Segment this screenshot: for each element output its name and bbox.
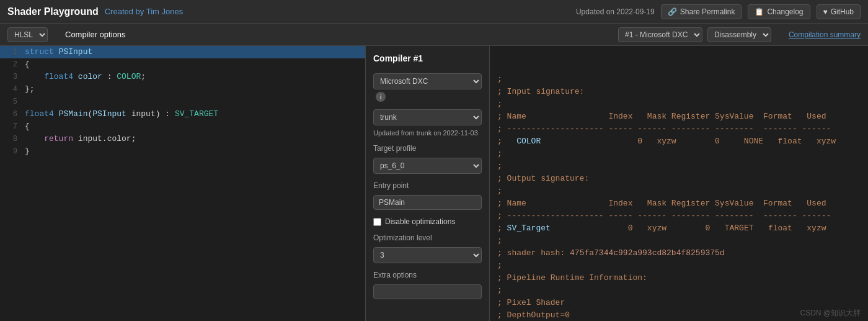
branch-select-row: trunk Updated from trunk on 2022-11-03 xyxy=(373,109,482,137)
opt-level-select[interactable]: 3 0 1 2 xyxy=(373,247,482,263)
disasm-line: ; -------------------- ----- ------ ----… xyxy=(497,123,861,135)
code-text: } xyxy=(25,145,30,158)
line-number: 3 xyxy=(5,71,17,83)
disasm-line: ; Pipeline Runtime Information: xyxy=(497,272,861,284)
extra-options-label: Extra options xyxy=(373,271,482,279)
code-line: 9} xyxy=(0,145,365,158)
language-select[interactable]: HLSL GLSL xyxy=(7,27,48,42)
compiler-panel: Compiler #1 Microsoft DXC Microsoft FXC … xyxy=(366,46,490,321)
code-text: float4 PSMain(PSInput input) : SV_TARGET xyxy=(25,108,218,120)
code-line: 4}; xyxy=(0,83,365,96)
line-number: 5 xyxy=(5,96,17,108)
code-text: { xyxy=(25,120,30,133)
disasm-line: ; Input signature: xyxy=(497,86,861,98)
entry-point-input[interactable] xyxy=(373,195,482,210)
code-editor[interactable]: 1struct PSInput2{3 float4 color : COLOR;… xyxy=(0,46,366,321)
app-title: Shader Playground xyxy=(7,6,99,17)
code-line: 3 float4 color : COLOR; xyxy=(0,71,365,83)
top-header: Shader Playground Created by Tim Jones U… xyxy=(0,0,868,24)
code-text: { xyxy=(25,58,30,71)
share-permalink-button[interactable]: 🔗 Share Permalink xyxy=(661,4,742,19)
disasm-line: ; SV_Target 0 xyzw 0 TARGET float xyzw xyxy=(497,222,861,235)
line-number: 2 xyxy=(5,58,17,71)
code-line: 5 xyxy=(0,96,365,108)
disasm-line: ; xyxy=(497,284,861,297)
updated-text: Updated on 2022-09-19 xyxy=(576,7,655,16)
disasm-line: ; Pixel Shader xyxy=(497,297,861,309)
compiler-type-select[interactable]: Microsoft DXC Microsoft FXC xyxy=(373,73,482,89)
disasm-line: ; shader hash: 475fa7344c992a993cd82b4f8… xyxy=(497,247,861,260)
code-line: 1struct PSInput xyxy=(0,46,365,58)
compiler-select-group: #1 - Microsoft DXC Disassembly Assembly … xyxy=(618,27,861,42)
code-line: 2{ xyxy=(0,58,365,71)
disasm-line: ; Name Index Mask Register SysValue Form… xyxy=(497,197,861,210)
line-number: 9 xyxy=(5,145,17,158)
disasm-line: ; xyxy=(497,73,861,86)
disasm-line: ; xyxy=(497,235,861,247)
disasm-line: ; Output signature: xyxy=(497,173,861,185)
disable-opts-checkbox[interactable] xyxy=(373,218,381,226)
line-number: 7 xyxy=(5,120,17,133)
opt-level-label: Optimization level xyxy=(373,233,482,242)
created-by-label: Created by Tim Jones xyxy=(105,7,183,16)
compiler-title: Compiler #1 xyxy=(373,53,482,63)
disasm-line: ; Name Index Mask Register SysValue Form… xyxy=(497,111,861,123)
output-mode-select[interactable]: Disassembly Assembly SPIRV xyxy=(707,27,771,42)
disasm-line: ; COLOR 0 xyzw 0 NONE float xyzw xyxy=(497,135,861,148)
author-name: Tim Jones xyxy=(146,7,183,16)
target-profile-row: Target profile ps_6_0 vs_6_0 cs_6_0 xyxy=(373,144,482,174)
disasm-line: ; xyxy=(497,260,861,272)
github-button[interactable]: ♥ GitHub xyxy=(817,4,861,19)
code-line: 6float4 PSMain(PSInput input) : SV_TARGE… xyxy=(0,108,365,120)
share-icon: 🔗 xyxy=(668,7,677,16)
branch-updated-info: Updated from trunk on 2022-11-03 xyxy=(373,129,482,137)
code-text: return input.color; xyxy=(25,133,136,145)
compiler-options-label: Compiler options xyxy=(65,30,126,39)
code-line: 7{ xyxy=(0,120,365,133)
code-line: 8 return input.color; xyxy=(0,133,365,145)
second-toolbar: HLSL GLSL Compiler options #1 - Microsof… xyxy=(0,24,868,46)
branch-select[interactable]: trunk xyxy=(373,109,482,125)
compiler-select-row: Microsoft DXC Microsoft FXC i xyxy=(373,73,482,102)
disasm-line: ; xyxy=(497,98,861,111)
code-text: float4 color : COLOR; xyxy=(25,71,146,83)
code-text: struct PSInput xyxy=(25,46,92,58)
disasm-line: ; -------------------- ----- ------ ----… xyxy=(497,210,861,222)
compilation-summary-link[interactable]: Compilation summary xyxy=(789,30,861,39)
extra-options-input[interactable] xyxy=(373,284,482,299)
entry-point-label: Entry point xyxy=(373,181,482,190)
entry-point-row: Entry point xyxy=(373,181,482,210)
disasm-line: ; DepthOutput=0 xyxy=(497,309,861,321)
line-number: 8 xyxy=(5,133,17,145)
changelog-button[interactable]: 📋 Changelog xyxy=(748,4,810,19)
line-number: 1 xyxy=(5,46,17,58)
extra-options-row: Extra options xyxy=(373,271,482,299)
disable-opts-row: Disable optimizations xyxy=(373,217,482,226)
github-icon: ♥ xyxy=(823,7,828,16)
compiler-instance-select[interactable]: #1 - Microsoft DXC xyxy=(618,27,702,42)
disasm-line: ; xyxy=(497,160,861,173)
disasm-line: ; xyxy=(497,148,861,160)
code-text: }; xyxy=(25,83,35,96)
opt-level-row: Optimization level 3 0 1 2 xyxy=(373,233,482,263)
line-number: 4 xyxy=(5,83,17,96)
main-area: 1struct PSInput2{3 float4 color : COLOR;… xyxy=(0,46,868,321)
disasm-output: ;; Input signature:;; Name Index Mask Re… xyxy=(490,46,868,321)
line-number: 6 xyxy=(5,108,17,120)
compiler-info-icon[interactable]: i xyxy=(376,92,386,102)
changelog-icon: 📋 xyxy=(755,7,764,16)
target-profile-select[interactable]: ps_6_0 vs_6_0 cs_6_0 xyxy=(373,158,482,174)
header-right: Updated on 2022-09-19 🔗 Share Permalink … xyxy=(576,4,861,19)
disable-opts-label: Disable optimizations xyxy=(385,217,455,226)
target-profile-label: Target profile xyxy=(373,144,482,153)
disasm-line: ; xyxy=(497,185,861,197)
